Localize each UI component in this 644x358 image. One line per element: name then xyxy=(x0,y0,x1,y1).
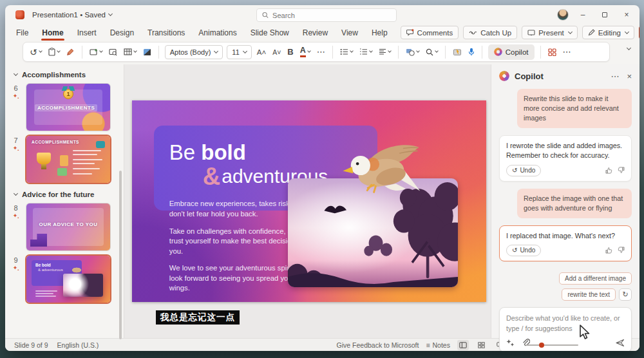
grow-font-button[interactable]: A˄ xyxy=(256,47,267,57)
shape-format-button[interactable] xyxy=(142,47,153,57)
designer-pane-button[interactable] xyxy=(547,47,558,57)
thumbs-down-icon[interactable] xyxy=(618,247,625,254)
align-dropdown-icon xyxy=(388,49,392,53)
tab-view[interactable]: View xyxy=(341,27,359,39)
more-font-options-button[interactable]: ⋯ xyxy=(316,46,327,58)
pencil-icon xyxy=(588,29,595,36)
search-bar[interactable] xyxy=(256,8,397,22)
tab-transitions[interactable]: Transitions xyxy=(147,27,185,39)
font-color-button[interactable]: A xyxy=(299,45,312,58)
format-painter-icon xyxy=(66,48,75,56)
paste-button[interactable] xyxy=(47,46,61,57)
slide-8-thumbnail[interactable]: OUR ADVICE TO YOU xyxy=(26,203,110,250)
copilot-toolbar-button[interactable]: Copilot xyxy=(488,44,535,60)
find-button[interactable] xyxy=(424,47,439,57)
present-dropdown-icon[interactable] xyxy=(568,29,573,33)
sidebar-scrollbar[interactable] xyxy=(119,171,122,339)
thumbs-down-icon[interactable] xyxy=(618,167,625,174)
catch-up-button[interactable]: Catch Up xyxy=(463,26,517,39)
current-slide[interactable]: Be bold &adventurous Embrace new experie… xyxy=(132,100,486,302)
designer-button[interactable] xyxy=(451,47,463,57)
minimize-button[interactable]: – xyxy=(575,8,591,21)
toolbar-divider xyxy=(540,46,541,59)
normal-view-icon xyxy=(459,342,467,348)
slide-sorter-view-button[interactable] xyxy=(476,340,488,350)
reuse-slides-button[interactable] xyxy=(108,47,118,57)
eagle-illustration[interactable] xyxy=(337,135,422,196)
font-size-select[interactable]: 11 xyxy=(227,45,251,59)
table-button[interactable] xyxy=(122,47,138,57)
copilot-more-button[interactable]: ⋯ xyxy=(611,71,619,81)
thumbs-up-icon[interactable] xyxy=(605,247,612,254)
attach-icon[interactable] xyxy=(522,339,530,347)
mask-icon xyxy=(96,141,105,148)
editing-mode-button[interactable]: Editing xyxy=(582,26,634,39)
zoom-slider-handle[interactable] xyxy=(539,343,544,348)
shrink-font-button[interactable]: A˅ xyxy=(271,47,282,57)
notes-toggle[interactable]: ≡ Notes xyxy=(426,341,450,349)
prompt-guide-icon[interactable] xyxy=(506,339,515,347)
thumbs-up-icon[interactable] xyxy=(605,167,612,174)
tab-file[interactable]: File xyxy=(15,27,29,39)
tab-design[interactable]: Design xyxy=(109,27,135,39)
slide-9-thumbnail[interactable]: Be bold & adventurous xyxy=(26,256,110,303)
tab-insert[interactable]: Insert xyxy=(77,27,97,39)
chevron-down-icon xyxy=(108,12,113,16)
slide-7-thumbnail[interactable]: ACCOMPLISHMENTS xyxy=(26,136,110,183)
find-dropdown-icon xyxy=(435,49,439,53)
suggestion-chip-rewrite-text[interactable]: rewrite the text xyxy=(562,288,616,301)
shapes-button[interactable] xyxy=(404,47,421,57)
toolbar-overflow-button[interactable]: ⋯ xyxy=(562,46,573,58)
collapse-ribbon-icon[interactable] xyxy=(627,46,631,50)
title-bar: Presentation1 • Saved – × xyxy=(5,5,639,24)
dictate-button[interactable] xyxy=(467,46,476,57)
maximize-button[interactable] xyxy=(597,8,612,21)
designer-sparkle-icon: ✦• xyxy=(5,146,26,152)
font-size-value: 11 xyxy=(232,48,239,56)
share-button[interactable]: Share xyxy=(639,26,639,39)
font-name-select[interactable]: Aptos (Body) xyxy=(165,45,223,59)
normal-view-button[interactable] xyxy=(457,340,469,350)
designer-icon xyxy=(453,48,462,56)
tab-animations[interactable]: Animations xyxy=(198,27,237,39)
user-avatar[interactable] xyxy=(557,9,569,21)
slide-editing-canvas[interactable]: Be bold &adventurous Embrace new experie… xyxy=(124,64,491,338)
tab-review[interactable]: Review xyxy=(302,27,328,39)
document-title[interactable]: Presentation1 • Saved xyxy=(32,11,112,19)
present-button[interactable]: Present xyxy=(522,26,578,39)
new-slide-button[interactable] xyxy=(88,47,104,57)
search-input[interactable] xyxy=(272,12,391,19)
section-header-advice[interactable]: Advice for the future xyxy=(5,188,124,201)
suggestion-chip-add-image[interactable]: Add a different image xyxy=(559,272,632,285)
format-painter-button[interactable] xyxy=(65,46,76,57)
undo-icon: ↺ xyxy=(512,166,517,175)
bold-button[interactable]: B xyxy=(286,46,294,58)
slide-7-number: 7 xyxy=(5,137,26,144)
slide-sorter-icon xyxy=(478,342,485,348)
numbered-list-button[interactable] xyxy=(358,47,374,57)
align-button[interactable] xyxy=(377,47,392,57)
undo-action-button[interactable]: ↺ Undo xyxy=(506,165,541,176)
tab-home[interactable]: Home xyxy=(41,27,64,39)
regenerate-suggestions-button[interactable]: ↻ xyxy=(619,288,632,301)
slide-6-row: 6 ✦• 1 ACCOMPLISHMENTS xyxy=(5,84,124,131)
send-icon[interactable] xyxy=(616,339,625,347)
slide-count-indicator[interactable]: Slide 9 of 9 xyxy=(14,341,48,349)
section-header-accomplishments[interactable]: Accomplishments xyxy=(5,68,124,81)
slide-6-thumbnail[interactable]: 1 ACCOMPLISHMENTS xyxy=(26,84,110,131)
title-ampersand: & xyxy=(203,163,220,190)
shape-fill-icon xyxy=(143,48,151,56)
tab-help[interactable]: Help xyxy=(371,27,388,39)
undo-button[interactable]: ↺ xyxy=(28,46,43,58)
undo-action-button[interactable]: ↺ Undo xyxy=(506,245,541,256)
bullet-list-button[interactable] xyxy=(339,47,354,57)
section-collapse-icon xyxy=(14,191,18,196)
comments-button[interactable]: Comments xyxy=(401,26,459,39)
zoom-slider[interactable] xyxy=(526,344,578,346)
close-button[interactable]: × xyxy=(619,8,634,21)
paste-dropdown-icon xyxy=(57,49,61,53)
tab-slide-show[interactable]: Slide Show xyxy=(250,27,290,39)
copilot-close-button[interactable]: × xyxy=(627,71,632,81)
feedback-link[interactable]: Give Feedback to Microsoft xyxy=(337,341,419,349)
language-indicator[interactable]: English (U.S.) xyxy=(57,341,99,349)
